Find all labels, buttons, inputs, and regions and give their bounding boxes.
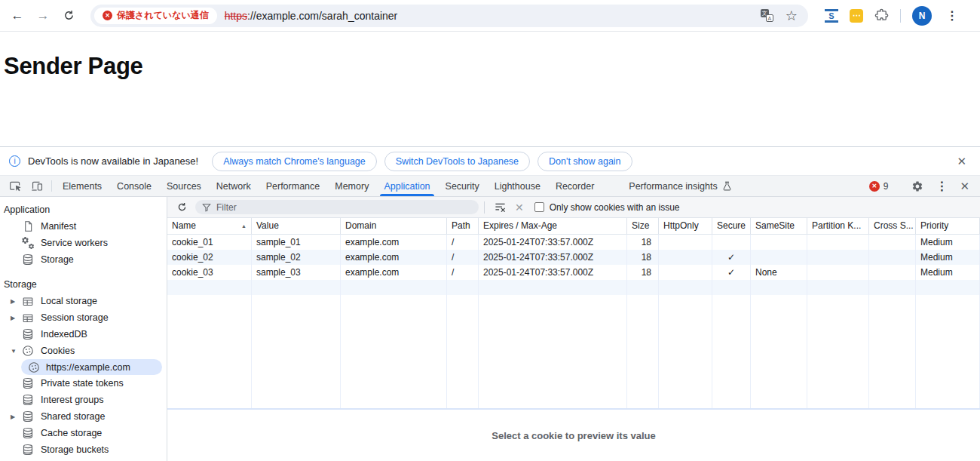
tab-performance[interactable]: Performance	[259, 176, 328, 196]
not-secure-label: 保護されていない通信	[117, 9, 209, 22]
column-header-value[interactable]: Value	[252, 218, 341, 234]
sidebar-item-cookies[interactable]: ▼Cookies	[0, 343, 167, 359]
error-count-badge[interactable]: ✕ 9	[866, 181, 892, 192]
cell-path: /	[447, 235, 479, 250]
cell-priority: Medium	[916, 265, 980, 280]
cell-value: sample_01	[252, 235, 341, 250]
column-header-name[interactable]: Name▲	[167, 218, 252, 234]
sidebar-item-label: Service workers	[41, 238, 108, 248]
expand-right-icon[interactable]: ▶	[11, 413, 21, 420]
cell-samesite	[751, 235, 807, 250]
sidebar-item-cache-storage[interactable]: Cache storage	[0, 425, 167, 441]
column-header-path[interactable]: Path	[447, 218, 479, 234]
column-header-samesite[interactable]: SameSite	[751, 218, 807, 234]
sidebar-item-storage-buckets[interactable]: Storage buckets	[0, 441, 167, 458]
expand-down-icon[interactable]: ▼	[11, 348, 21, 355]
infobar-button-always-match-chrome-s-language[interactable]: Always match Chrome's language	[212, 152, 377, 171]
sidebar-item-session-storage[interactable]: ▶Session storage	[0, 309, 167, 326]
tab-elements[interactable]: Elements	[55, 176, 109, 196]
database-icon	[21, 327, 35, 341]
not-secure-badge[interactable]: ✕ 保護されていない通信	[94, 8, 217, 24]
devtools-menu-icon[interactable]: ⋮	[933, 179, 951, 193]
sidebar-item-indexeddb[interactable]: IndexedDB	[0, 326, 167, 343]
clear-all-cookies-icon[interactable]	[490, 201, 510, 213]
filler-priority	[916, 295, 980, 408]
only-issues-checkbox[interactable]	[534, 202, 544, 212]
forward-icon[interactable]: →	[33, 6, 53, 26]
infobar-button-don-t-show-again[interactable]: Don't show again	[537, 152, 632, 171]
tab-network[interactable]: Network	[209, 176, 259, 196]
table-icon	[21, 294, 35, 308]
document-icon	[21, 220, 35, 233]
column-header-partition-k[interactable]: Partition K...	[807, 218, 869, 234]
back-icon[interactable]: ←	[8, 6, 27, 26]
cookie-row-cookie_01[interactable]: cookie_01sample_01example.com/2025-01-24…	[167, 235, 980, 250]
info-icon: i	[9, 155, 20, 167]
database-icon	[21, 376, 35, 390]
tab-recorder[interactable]: Recorder	[548, 176, 602, 196]
delete-selected-icon[interactable]: ✕	[510, 201, 528, 214]
column-header-size[interactable]: Size	[627, 218, 659, 234]
tab-security[interactable]: Security	[438, 176, 487, 196]
sidebar-item-shared-storage[interactable]: ▶Shared storage	[0, 408, 167, 425]
tab-label: Application	[384, 181, 430, 192]
column-header-cross-s[interactable]: Cross S...	[869, 218, 916, 234]
extension-dots-icon[interactable]: ⋯	[850, 9, 863, 23]
sidebar-item-https-example-com[interactable]: https://example.com	[21, 359, 162, 375]
url-rest: ://example.com/sarah_container	[247, 10, 397, 22]
cell-httponly	[659, 250, 712, 265]
tab-lighthouse[interactable]: Lighthouse	[487, 176, 548, 196]
sidebar-item-storage[interactable]: Storage	[0, 251, 167, 268]
bookmark-star-icon[interactable]: ☆	[786, 9, 798, 23]
tab-label: Elements	[63, 181, 102, 192]
cell-secure	[712, 235, 751, 250]
browser-menu-icon[interactable]: ⋮	[943, 8, 961, 23]
tab-label: Console	[117, 181, 152, 192]
cell-samesite	[751, 280, 807, 295]
sidebar-item-service-workers[interactable]: Service workers	[0, 235, 167, 251]
cell-value: sample_03	[252, 265, 341, 280]
column-header-domain[interactable]: Domain	[341, 218, 447, 234]
infobar-button-switch-devtools-to-japanese[interactable]: Switch DevTools to Japanese	[384, 152, 530, 171]
tab-performance-insights[interactable]: Performance insights	[621, 176, 739, 196]
expand-right-icon[interactable]: ▶	[11, 298, 21, 305]
tab-console[interactable]: Console	[109, 176, 159, 196]
address-bar[interactable]: ✕ 保護されていない通信 https://example.com/sarah_c…	[90, 5, 808, 27]
column-header-expires-max-age[interactable]: Expires / Max-Age	[479, 218, 627, 234]
cell-partition-key	[807, 265, 869, 280]
reload-icon[interactable]	[59, 6, 78, 26]
tab-sources[interactable]: Sources	[159, 176, 209, 196]
extensions-puzzle-icon[interactable]	[874, 8, 889, 23]
infobar-close-icon[interactable]: ✕	[952, 155, 971, 168]
sidebar-item-manifest[interactable]: Manifest	[0, 218, 167, 235]
tab-memory[interactable]: Memory	[327, 176, 376, 196]
column-header-secure[interactable]: Secure	[712, 218, 751, 234]
device-toolbar-icon[interactable]	[26, 176, 48, 196]
devtools-close-icon[interactable]: ✕	[955, 180, 974, 193]
error-count: 9	[884, 181, 889, 192]
cookie-row-cookie_02[interactable]: cookie_02sample_02example.com/2025-01-24…	[167, 250, 980, 265]
inspect-element-icon[interactable]	[5, 176, 26, 196]
refresh-icon[interactable]	[172, 201, 192, 213]
settings-gear-icon[interactable]	[907, 180, 928, 192]
sidebar-item-private-state-tokens[interactable]: Private state tokens	[0, 375, 167, 392]
cell-partition-key	[807, 250, 869, 265]
cookie-preview-placeholder: Select a cookie to preview its value	[492, 430, 655, 441]
translate-icon[interactable]: 文 A	[761, 9, 773, 22]
cookie-row-cookie_03[interactable]: cookie_03sample_03example.com/2025-01-24…	[167, 265, 980, 280]
tab-label: Security	[446, 181, 479, 192]
expand-right-icon[interactable]: ▶	[11, 315, 21, 321]
column-header-priority[interactable]: Priority	[916, 218, 980, 234]
column-header-httponly[interactable]: HttpOnly	[659, 218, 712, 234]
sidebar-item-interest-groups[interactable]: Interest groups	[0, 392, 167, 408]
sidebar-item-local-storage[interactable]: ▶Local storage	[0, 293, 167, 309]
cell-cross-site	[869, 265, 916, 280]
extension-s-icon[interactable]: S	[825, 9, 838, 23]
cell-size: 18	[627, 235, 659, 250]
cookie-icon	[21, 344, 35, 358]
filter-input[interactable]: Filter	[195, 200, 479, 214]
profile-avatar[interactable]: N	[912, 6, 932, 26]
tab-application[interactable]: Application	[376, 176, 437, 196]
filler-secure	[712, 295, 751, 408]
cell-priority: Medium	[916, 235, 980, 250]
